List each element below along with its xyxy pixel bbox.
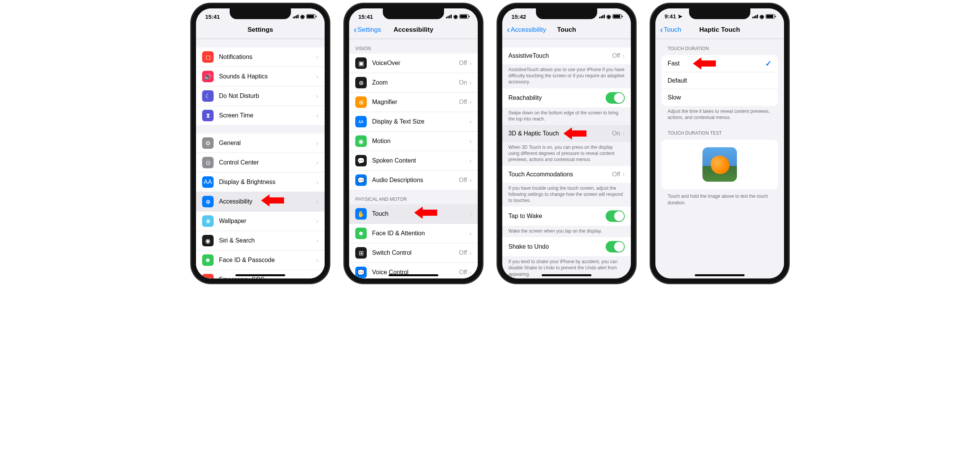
nav-bar: Settings — [196, 22, 325, 39]
row-zoom[interactable]: ⊕ZoomOn› — [349, 73, 478, 93]
face-id-attention-icon: ☻ — [355, 228, 367, 239]
section-footer: Swipe down on the bottom edge of the scr… — [502, 107, 631, 125]
row-assistivetouch[interactable]: AssistiveTouchOff› — [502, 47, 631, 64]
phone-frame: 15:41 ◉ ‹SettingsAccessibilityVISION▣Voi… — [345, 4, 482, 283]
toggle-switch[interactable] — [606, 210, 625, 222]
row-face-id-attention[interactable]: ☻Face ID & Attention› — [349, 224, 478, 243]
do-not-disturb-icon: ☾ — [202, 90, 214, 102]
row-label: Face ID & Attention — [372, 230, 469, 237]
voice-control-icon: 💬 — [355, 267, 367, 278]
status-time: 15:41 — [205, 13, 220, 20]
row-motion[interactable]: ◉Motion› — [349, 132, 478, 151]
row-group: Touch AccommodationsOff› — [502, 166, 631, 183]
row-label: Sounds & Haptics — [219, 73, 316, 80]
row-label: Tap to Wake — [508, 213, 606, 220]
row-label: Siri & Search — [219, 237, 316, 244]
content: ◻Notifications›🔊Sounds & Haptics›☾Do Not… — [196, 39, 325, 278]
row-accessibility[interactable]: ⊕Accessibility› — [196, 192, 325, 212]
section-footer: Touch and hold the image above to test t… — [655, 191, 784, 208]
row-shake-to-undo[interactable]: Shake to Undo — [502, 237, 631, 256]
row-wallpaper[interactable]: ❀Wallpaper› — [196, 212, 325, 231]
row-value: On — [459, 79, 467, 86]
row-label: Do Not Disturb — [219, 93, 316, 99]
section-footer: When 3D Touch is on, you can press on th… — [502, 142, 631, 166]
siri-search-icon: ◉ — [202, 235, 214, 246]
row-audio-descriptions[interactable]: 💬Audio DescriptionsOff› — [349, 171, 478, 190]
row-notifications[interactable]: ◻Notifications› — [196, 47, 325, 67]
row-voiceover[interactable]: ▣VoiceOverOff› — [349, 54, 478, 73]
option-row-default[interactable]: Default — [662, 72, 778, 89]
notifications-icon: ◻ — [202, 51, 214, 63]
back-button[interactable]: ‹Settings — [354, 24, 381, 35]
chevron-right-icon: › — [469, 157, 472, 165]
row-value: Off — [612, 171, 620, 178]
row-switch-control[interactable]: ⊞Switch ControlOff› — [349, 243, 478, 263]
row-face-id-passcode[interactable]: ☻Face ID & Passcode› — [196, 251, 325, 270]
chevron-right-icon: › — [316, 276, 318, 279]
display-text-size-icon: AA — [355, 116, 367, 127]
row-group: AssistiveTouchOff› — [502, 47, 631, 64]
chevron-right-icon: › — [316, 256, 318, 264]
home-indicator[interactable] — [542, 274, 591, 276]
status-icons: ◉ — [293, 13, 315, 20]
chevron-right-icon: › — [316, 92, 318, 100]
toggle-switch[interactable] — [606, 241, 625, 252]
chevron-right-icon: › — [316, 198, 318, 206]
row-siri-search[interactable]: ◉Siri & Search› — [196, 231, 325, 251]
option-row-fast[interactable]: Fast✓ — [662, 55, 778, 72]
row-general[interactable]: ⚙General› — [196, 134, 325, 153]
row-group: 3D & Haptic TouchOn› — [502, 125, 631, 142]
row-group: ◻Notifications›🔊Sounds & Haptics›☾Do Not… — [196, 47, 325, 125]
chevron-right-icon: › — [316, 73, 318, 81]
touch-test-image[interactable] — [702, 147, 737, 182]
home-indicator[interactable] — [695, 274, 745, 276]
row-magnifier[interactable]: ⊕MagnifierOff› — [349, 93, 478, 112]
row-tap-to-wake[interactable]: Tap to Wake — [502, 207, 631, 226]
row-screen-time[interactable]: ⧗Screen Time› — [196, 106, 325, 125]
row-display-brightness[interactable]: AADisplay & Brightness› — [196, 173, 325, 192]
chevron-right-icon: › — [469, 79, 472, 87]
chevron-right-icon: › — [622, 170, 625, 178]
home-indicator[interactable] — [389, 274, 438, 276]
magnifier-icon: ⊕ — [355, 96, 367, 108]
row-3d-haptic-touch[interactable]: 3D & Haptic TouchOn› — [502, 125, 631, 142]
row-value: Off — [459, 99, 467, 106]
nav-bar: ‹SettingsAccessibility — [349, 22, 478, 39]
row-value: Off — [459, 60, 467, 67]
battery-icon — [459, 14, 469, 19]
row-label: Touch Accommodations — [508, 171, 612, 178]
back-button[interactable]: ‹Touch — [660, 24, 681, 35]
row-sounds-haptics[interactable]: 🔊Sounds & Haptics› — [196, 67, 325, 86]
wifi-icon: ◉ — [606, 13, 611, 20]
section-header: TOUCH DURATION — [655, 39, 784, 54]
red-arrow-annotation — [261, 196, 284, 205]
back-button[interactable]: ‹Accessibility — [507, 24, 546, 35]
row-reachability[interactable]: Reachability — [502, 88, 631, 107]
touch-test-card[interactable] — [662, 140, 778, 189]
signal-icon — [446, 15, 452, 18]
row-do-not-disturb[interactable]: ☾Do Not Disturb› — [196, 86, 325, 106]
row-touch[interactable]: ✋Touch› — [349, 204, 478, 224]
row-spoken-content[interactable]: 💬Spoken Content› — [349, 151, 478, 171]
row-label: Motion — [372, 138, 469, 145]
nav-bar: ‹TouchHaptic Touch — [655, 22, 784, 39]
chevron-right-icon: › — [316, 53, 318, 61]
chevron-right-icon: › — [316, 178, 318, 186]
row-value: Off — [612, 52, 620, 59]
wifi-icon: ◉ — [453, 13, 458, 20]
touch-icon: ✋ — [355, 208, 367, 220]
toggle-switch[interactable] — [606, 92, 625, 104]
status-icons: ◉ — [599, 13, 622, 20]
row-display-text-size[interactable]: AADisplay & Text Size› — [349, 112, 478, 132]
row-group: ▣VoiceOverOff›⊕ZoomOn›⊕MagnifierOff›AADi… — [349, 54, 478, 190]
option-row-slow[interactable]: Slow — [662, 89, 778, 106]
section-header: VISION — [349, 39, 478, 54]
home-indicator[interactable] — [235, 274, 285, 276]
content: AssistiveTouchOff›AssistiveTouch allows … — [502, 39, 631, 278]
zoom-icon: ⊕ — [355, 77, 367, 88]
row-value: On — [612, 130, 620, 137]
row-label: Zoom — [372, 79, 459, 86]
section-footer: If you have trouble using the touch scre… — [502, 183, 631, 207]
row-touch-accommodations[interactable]: Touch AccommodationsOff› — [502, 166, 631, 183]
row-control-center[interactable]: ⊙Control Center› — [196, 153, 325, 173]
